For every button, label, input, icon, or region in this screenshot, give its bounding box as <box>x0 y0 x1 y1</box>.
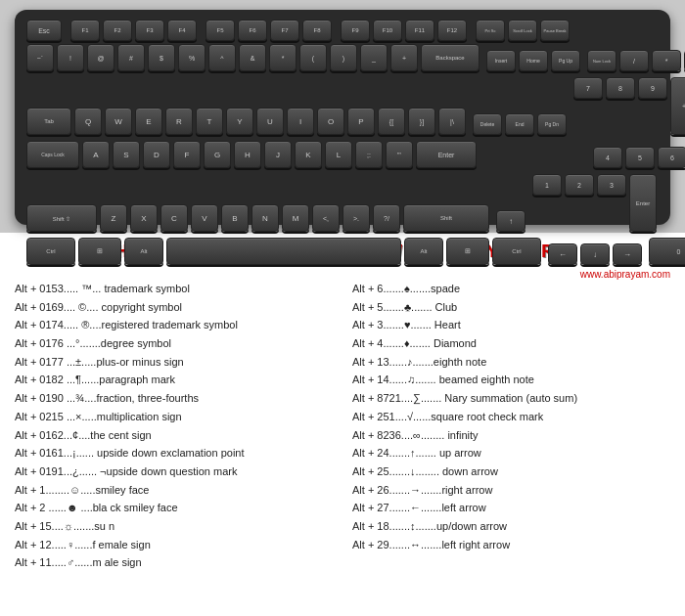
key-o[interactable]: O <box>317 108 344 135</box>
key-c[interactable]: C <box>160 204 188 232</box>
key-num6[interactable]: 6 <box>658 147 685 168</box>
key-home[interactable]: Home <box>519 50 548 71</box>
key-r[interactable]: R <box>165 108 193 135</box>
key-enter[interactable]: Enter <box>416 141 477 168</box>
key-pause[interactable]: Pause Break <box>540 20 570 41</box>
key-f[interactable]: F <box>173 141 201 168</box>
key-insert[interactable]: Insert <box>486 50 516 71</box>
key-num7[interactable]: 7 <box>573 77 603 99</box>
key-num1[interactable]: 1 <box>532 174 562 196</box>
key-t[interactable]: T <box>196 108 223 135</box>
key-i[interactable]: I <box>287 108 314 135</box>
key-alt-left[interactable]: Alt <box>124 238 163 265</box>
key-equals[interactable]: + <box>390 44 418 71</box>
key-num9[interactable]: 9 <box>638 77 667 99</box>
key-a[interactable]: A <box>82 141 110 168</box>
key-prtsc[interactable]: Prt Sc <box>476 20 505 41</box>
key-l[interactable]: L <box>325 141 352 168</box>
key-0[interactable]: ) <box>330 44 357 71</box>
key-2[interactable]: @ <box>87 44 114 71</box>
key-f7[interactable]: F7 <box>270 20 299 41</box>
key-rbracket[interactable]: }] <box>408 108 435 135</box>
key-lbracket[interactable]: {[ <box>378 108 405 135</box>
key-numdiv[interactable]: / <box>619 50 649 71</box>
key-nummul[interactable]: * <box>652 50 681 71</box>
key-semicolon[interactable]: ;: <box>355 141 383 168</box>
key-shift-left[interactable]: Shift ⇧ <box>26 204 97 232</box>
key-space[interactable] <box>166 238 401 265</box>
key-p[interactable]: P <box>347 108 375 135</box>
key-backspace[interactable]: Backspace <box>421 44 480 71</box>
key-s[interactable]: S <box>113 141 140 168</box>
key-win-right[interactable]: ⊞ <box>446 238 489 265</box>
key-f4[interactable]: F4 <box>167 20 197 41</box>
key-backslash[interactable]: |\ <box>438 108 466 135</box>
key-f8[interactable]: F8 <box>302 20 332 41</box>
key-x[interactable]: X <box>130 204 158 232</box>
key-4[interactable]: $ <box>148 44 175 71</box>
key-f10[interactable]: F10 <box>373 20 402 41</box>
key-k[interactable]: K <box>295 141 322 168</box>
key-scroll[interactable]: Scroll Lock <box>508 20 537 41</box>
key-backtick[interactable]: ~` <box>26 44 54 71</box>
key-delete[interactable]: Delete <box>473 113 502 135</box>
key-num0[interactable]: 0 <box>649 238 685 265</box>
key-down[interactable]: ↓ <box>580 243 610 265</box>
key-e[interactable]: E <box>135 108 162 135</box>
key-f3[interactable]: F3 <box>135 20 164 41</box>
key-ctrl-left[interactable]: Ctrl <box>26 238 75 265</box>
key-f6[interactable]: F6 <box>238 20 267 41</box>
key-alt-right[interactable]: Alt <box>404 238 443 265</box>
key-7[interactable]: & <box>239 44 266 71</box>
key-f5[interactable]: F5 <box>206 20 235 41</box>
key-f11[interactable]: F11 <box>405 20 434 41</box>
key-shift-right[interactable]: Shift <box>403 204 489 232</box>
key-z[interactable]: Z <box>100 204 127 232</box>
key-m[interactable]: M <box>282 204 309 232</box>
key-minus[interactable]: _ <box>360 44 388 71</box>
key-j[interactable]: J <box>264 141 292 168</box>
key-numlock[interactable]: Num Lock <box>587 50 616 71</box>
key-esc[interactable]: Esc <box>26 20 62 41</box>
key-n[interactable]: N <box>251 204 279 232</box>
key-comma[interactable]: <, <box>312 204 340 232</box>
key-u[interactable]: U <box>256 108 284 135</box>
key-v[interactable]: V <box>191 204 218 232</box>
key-f2[interactable]: F2 <box>103 20 132 41</box>
key-period[interactable]: >. <box>342 204 370 232</box>
key-numenter[interactable]: Enter <box>629 174 657 232</box>
key-9[interactable]: ( <box>299 44 327 71</box>
key-num2[interactable]: 2 <box>565 174 594 196</box>
key-num8[interactable]: 8 <box>606 77 635 99</box>
key-quote[interactable]: "' <box>386 141 413 168</box>
key-num4[interactable]: 4 <box>593 147 622 168</box>
key-right[interactable]: → <box>613 243 642 265</box>
key-ctrl-right[interactable]: Ctrl <box>492 238 541 265</box>
key-3[interactable]: # <box>117 44 145 71</box>
key-capslock[interactable]: Caps Lock <box>26 141 79 168</box>
key-g[interactable]: G <box>204 141 231 168</box>
key-d[interactable]: D <box>143 141 170 168</box>
key-b[interactable]: B <box>221 204 249 232</box>
key-num3[interactable]: 3 <box>597 174 626 196</box>
key-pgup[interactable]: Pg Up <box>551 50 580 71</box>
key-f1[interactable]: F1 <box>70 20 100 41</box>
key-f12[interactable]: F12 <box>437 20 467 41</box>
key-num5[interactable]: 5 <box>625 147 655 168</box>
key-8[interactable]: * <box>269 44 297 71</box>
key-5[interactable]: % <box>178 44 206 71</box>
key-end[interactable]: End <box>505 113 534 135</box>
key-y[interactable]: Y <box>226 108 253 135</box>
key-left[interactable]: ← <box>548 243 577 265</box>
key-win-left[interactable]: ⊞ <box>78 238 121 265</box>
key-tab[interactable]: Tab <box>26 108 71 135</box>
key-pgdn[interactable]: Pg Dn <box>537 113 567 135</box>
key-slash[interactable]: ?/ <box>373 204 400 232</box>
key-f9[interactable]: F9 <box>341 20 370 41</box>
key-w[interactable]: W <box>105 108 132 135</box>
key-numplus[interactable]: + <box>670 77 685 135</box>
key-h[interactable]: H <box>234 141 261 168</box>
key-q[interactable]: Q <box>74 108 102 135</box>
key-6[interactable]: ^ <box>208 44 236 71</box>
key-1[interactable]: ! <box>57 44 84 71</box>
